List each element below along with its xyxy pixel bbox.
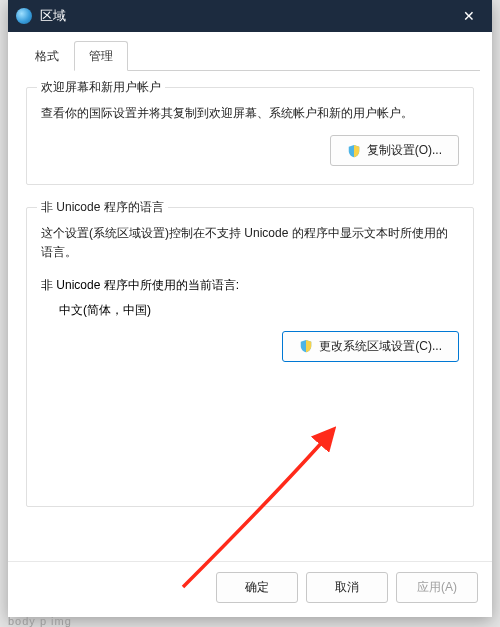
group-welcome-title: 欢迎屏幕和新用户帐户 <box>37 79 165 96</box>
current-language-value: 中文(简体，中国) <box>41 302 459 319</box>
group-welcome-buttons: 复制设置(O)... <box>41 135 459 166</box>
group-nonunicode-title: 非 Unicode 程序的语言 <box>37 199 168 216</box>
tab-format[interactable]: 格式 <box>20 41 74 71</box>
close-icon: ✕ <box>463 8 475 24</box>
change-locale-button[interactable]: 更改系统区域设置(C)... <box>282 331 459 362</box>
tab-admin[interactable]: 管理 <box>74 41 128 71</box>
group-welcome: 欢迎屏幕和新用户帐户 查看你的国际设置并将其复制到欢迎屏幕、系统帐户和新的用户帐… <box>26 87 474 185</box>
globe-icon <box>16 8 32 24</box>
group-welcome-desc: 查看你的国际设置并将其复制到欢迎屏幕、系统帐户和新的用户帐户。 <box>41 104 459 123</box>
current-language-label: 非 Unicode 程序中所使用的当前语言: <box>41 277 459 294</box>
copy-settings-label: 复制设置(O)... <box>367 142 442 159</box>
apply-button[interactable]: 应用(A) <box>396 572 478 603</box>
ok-button[interactable]: 确定 <box>216 572 298 603</box>
group-nonunicode-desc: 这个设置(系统区域设置)控制在不支持 Unicode 的程序中显示文本时所使用的… <box>41 224 459 262</box>
dialog-footer: 确定 取消 应用(A) <box>8 561 492 617</box>
background-text: body p img <box>8 615 72 627</box>
close-button[interactable]: ✕ <box>446 0 492 32</box>
titlebar: 区域 ✕ <box>8 0 492 32</box>
group-nonunicode: 非 Unicode 程序的语言 这个设置(系统区域设置)控制在不支持 Unico… <box>26 207 474 507</box>
content-area: 格式 管理 欢迎屏幕和新用户帐户 查看你的国际设置并将其复制到欢迎屏幕、系统帐户… <box>8 32 492 561</box>
window-title: 区域 <box>40 7 446 25</box>
shield-icon <box>299 339 313 353</box>
change-locale-label: 更改系统区域设置(C)... <box>319 338 442 355</box>
shield-icon <box>347 144 361 158</box>
group-nonunicode-buttons: 更改系统区域设置(C)... <box>41 331 459 362</box>
copy-settings-button[interactable]: 复制设置(O)... <box>330 135 459 166</box>
region-dialog: 区域 ✕ 格式 管理 欢迎屏幕和新用户帐户 查看你的国际设置并将其复制到欢迎屏幕… <box>8 0 492 617</box>
tab-strip: 格式 管理 <box>20 40 480 71</box>
admin-pane: 欢迎屏幕和新用户帐户 查看你的国际设置并将其复制到欢迎屏幕、系统帐户和新的用户帐… <box>20 71 480 507</box>
cancel-button[interactable]: 取消 <box>306 572 388 603</box>
